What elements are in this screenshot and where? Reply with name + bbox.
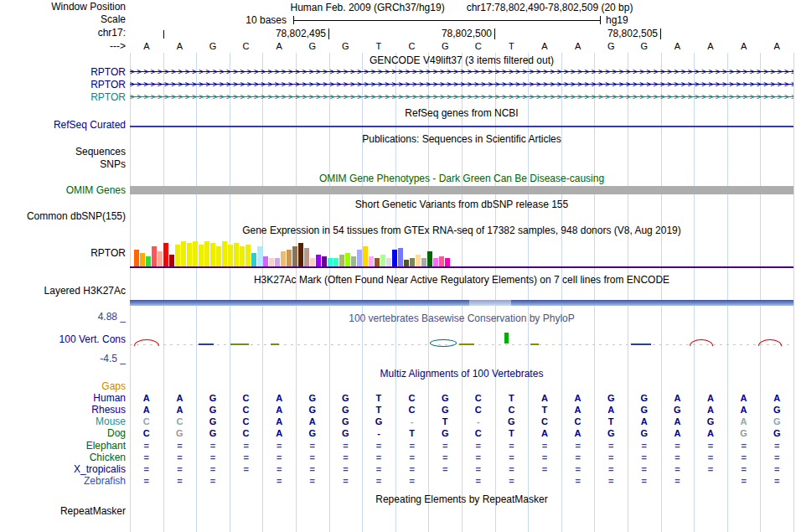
- alignment-base: =: [130, 476, 163, 487]
- gtex-tissue-bar[interactable]: [269, 258, 274, 266]
- alignment-base: G: [428, 428, 462, 439]
- gtex-tissue-bar[interactable]: [363, 246, 368, 266]
- gtex-tissue-bar[interactable]: [304, 248, 309, 266]
- gtex-tissue-bar[interactable]: [292, 246, 297, 266]
- gtex-tissue-bar[interactable]: [369, 256, 374, 266]
- gtex-tissue-bar[interactable]: [222, 241, 227, 266]
- omim-gene-bar[interactable]: [130, 186, 793, 194]
- gencode-transcript-line[interactable]: >>>>>>>>>>>>>>>>>>>>>>>>>>>>>>>>>>>>>>>>…: [130, 92, 793, 102]
- omim-genes-label[interactable]: OMIM Genes: [0, 185, 126, 196]
- gtex-tissue-bar[interactable]: [310, 258, 315, 266]
- phylop-ellipse-mark: [430, 339, 457, 347]
- gtex-tissue-bar[interactable]: [152, 246, 157, 266]
- species-label-elephant[interactable]: Elephant: [0, 441, 126, 452]
- gtex-tissue-bar[interactable]: [351, 256, 356, 266]
- gtex-tissue-bar[interactable]: [175, 245, 180, 266]
- species-label-chicken[interactable]: Chicken: [0, 452, 126, 463]
- gtex-tissue-bar[interactable]: [169, 255, 174, 266]
- gtex-tissue-bar[interactable]: [345, 253, 350, 266]
- gtex-tissue-bar[interactable]: [316, 255, 321, 266]
- gtex-tissue-bar[interactable]: [380, 255, 385, 266]
- gtex-tissue-bar[interactable]: [193, 241, 198, 266]
- species-label-zebrafish[interactable]: Zebrafish: [0, 476, 126, 487]
- gtex-tissue-bar[interactable]: [339, 255, 344, 266]
- gtex-tissue-bar[interactable]: [427, 251, 432, 266]
- species-label-human[interactable]: Human: [0, 393, 126, 404]
- alignment-base: G: [495, 416, 529, 427]
- species-label-mouse[interactable]: Mouse: [0, 416, 126, 427]
- gtex-tissue-bar[interactable]: [240, 246, 245, 266]
- gtex-tissue-bar[interactable]: [375, 258, 380, 266]
- alignment-base: A: [727, 393, 761, 404]
- gtex-tissue-bar[interactable]: [298, 243, 303, 266]
- gtex-tissue-bar[interactable]: [257, 246, 262, 266]
- alignment-base: =: [329, 441, 363, 452]
- alignment-base: T: [362, 393, 395, 404]
- gtex-tissue-bar[interactable]: [263, 256, 268, 266]
- alignment-base: =: [362, 476, 395, 487]
- publications-sequences-label[interactable]: Sequences: [0, 147, 126, 158]
- species-label-rhesus[interactable]: Rhesus: [0, 405, 126, 416]
- gtex-tissue-bar[interactable]: [181, 241, 186, 266]
- gtex-tissue-bar[interactable]: [275, 258, 280, 266]
- base-letter: T: [362, 41, 395, 52]
- species-label-x_tropicalis[interactable]: X_tropicalis: [0, 464, 126, 475]
- gtex-tissue-bar[interactable]: [416, 255, 421, 266]
- gencode-transcript-line[interactable]: >>>>>>>>>>>>>>>>>>>>>>>>>>>>>>>>>>>>>>>>…: [130, 80, 793, 90]
- gtex-tissue-bar[interactable]: [228, 245, 233, 266]
- gtex-tissue-bar[interactable]: [439, 256, 444, 266]
- gtex-expression-barchart[interactable]: [130, 239, 793, 266]
- gtex-tissue-bar[interactable]: [404, 260, 409, 266]
- alignment-base: =: [196, 452, 230, 463]
- h3k27ac-signal-band[interactable]: [130, 300, 793, 306]
- gtex-tissue-bar[interactable]: [146, 256, 151, 266]
- multiz-gaps-label[interactable]: Gaps: [0, 381, 126, 392]
- gtex-gene-label[interactable]: RPTOR: [0, 248, 126, 259]
- refseq-curated-gene-line[interactable]: [130, 126, 793, 127]
- gtex-tissue-bar[interactable]: [386, 258, 391, 266]
- gtex-tissue-bar[interactable]: [246, 245, 251, 266]
- layered-h3k27ac-label[interactable]: Layered H3K27Ac: [0, 286, 126, 297]
- gtex-tissue-bar[interactable]: [199, 245, 204, 266]
- repeatmasker-label[interactable]: RepeatMasker: [0, 506, 126, 517]
- gtex-tissue-bar[interactable]: [392, 250, 397, 266]
- gtex-tissue-bar[interactable]: [216, 246, 221, 266]
- phylop-wiggle-strip[interactable]: [130, 325, 793, 365]
- gencode-gene-label[interactable]: RPTOR: [0, 80, 126, 90]
- gtex-tissue-bar[interactable]: [333, 258, 339, 266]
- gtex-tissue-bar[interactable]: [163, 243, 168, 266]
- gencode-gene-label[interactable]: RPTOR: [0, 67, 126, 78]
- gtex-tissue-bar[interactable]: [210, 243, 215, 266]
- gtex-tissue-bar[interactable]: [158, 251, 163, 266]
- gtex-tissue-bar[interactable]: [410, 258, 415, 266]
- gtex-tissue-bar[interactable]: [421, 258, 426, 266]
- gencode-transcript-line[interactable]: >>>>>>>>>>>>>>>>>>>>>>>>>>>>>>>>>>>>>>>>…: [130, 67, 793, 77]
- species-label-dog[interactable]: Dog: [0, 428, 126, 439]
- phylop-dash-mark: [271, 343, 279, 345]
- gencode-gene-label[interactable]: RPTOR: [0, 92, 126, 103]
- gtex-tissue-bar[interactable]: [328, 258, 333, 266]
- gtex-tissue-bar[interactable]: [398, 248, 403, 266]
- gtex-tissue-bar[interactable]: [251, 253, 256, 266]
- gtex-tissue-bar[interactable]: [187, 243, 192, 266]
- phylop-bar-mark: [504, 333, 509, 343]
- gtex-tissue-bar[interactable]: [357, 250, 362, 266]
- refseq-curated-label[interactable]: RefSeq Curated: [0, 120, 126, 131]
- alignment-base: =: [727, 464, 761, 475]
- gtex-tissue-bar[interactable]: [234, 243, 239, 266]
- gtex-tissue-bar[interactable]: [433, 258, 438, 266]
- alignment-row-dog: CGGCAGG-TGCTAAGGAAGG: [130, 428, 793, 439]
- phylop-track-label[interactable]: 100 Vert. Cons: [0, 334, 126, 345]
- alignment-base: A: [661, 416, 695, 427]
- gtex-tissue-bar[interactable]: [281, 251, 286, 266]
- gtex-tissue-bar[interactable]: [287, 250, 292, 266]
- gtex-tissue-bar[interactable]: [134, 250, 139, 266]
- alignment-base: =: [362, 441, 395, 452]
- common-dbsnp-label[interactable]: Common dbSNP(155): [0, 211, 126, 222]
- alignment-base: A: [727, 416, 761, 427]
- gtex-tissue-bar[interactable]: [445, 258, 450, 266]
- publications-snps-label[interactable]: SNPs: [0, 159, 126, 170]
- gtex-tissue-bar[interactable]: [322, 256, 327, 266]
- gtex-tissue-bar[interactable]: [140, 253, 145, 266]
- gtex-tissue-bar[interactable]: [204, 241, 209, 266]
